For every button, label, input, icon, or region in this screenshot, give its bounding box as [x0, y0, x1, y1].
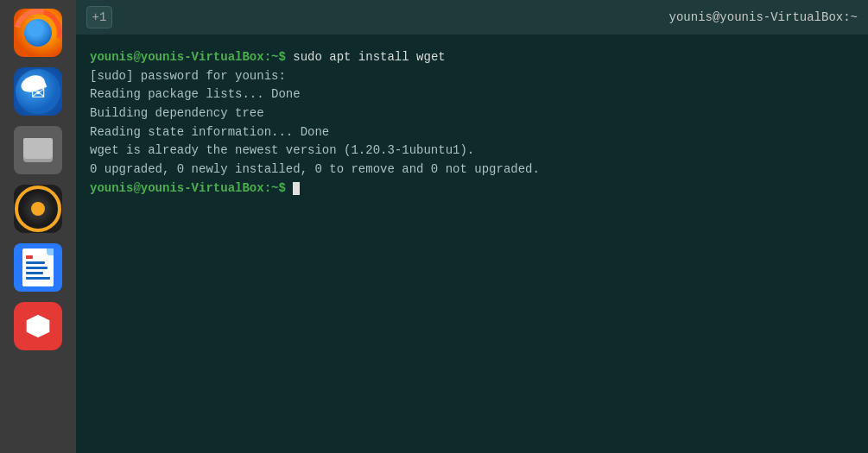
- sidebar-item-writer[interactable]: [14, 243, 62, 292]
- sidebar-item-appstore[interactable]: A: [14, 302, 62, 350]
- sidebar-item-firefox[interactable]: [14, 9, 62, 57]
- output-line-1: [sudo] password for younis:: [90, 67, 854, 86]
- cursor: [293, 182, 300, 195]
- sidebar: A: [0, 0, 76, 453]
- command-text: sudo apt install wget: [293, 50, 445, 64]
- output-line-4: Reading state information... Done: [90, 123, 854, 142]
- new-tab-button[interactable]: +1: [86, 6, 112, 28]
- terminal-titlebar: +1 younis@younis-VirtualBox:~: [76, 0, 868, 35]
- output-line-3: Building dependency tree: [90, 104, 854, 123]
- sidebar-item-files[interactable]: [14, 126, 62, 174]
- output-line-6: 0 upgraded, 0 newly installed, 0 to remo…: [90, 160, 854, 179]
- appstore-icon-label: A: [29, 312, 47, 340]
- prompt-2: younis@younis-VirtualBox:~$: [90, 181, 286, 195]
- output-line-2: Reading package lists... Done: [90, 85, 854, 104]
- sidebar-item-thunderbird[interactable]: [14, 67, 62, 116]
- output-line-5: wget is already the newest version (1.20…: [90, 142, 854, 160]
- sidebar-item-rhythmbox[interactable]: [14, 185, 62, 233]
- command-line: younis@younis-VirtualBox:~$ sudo apt ins…: [90, 48, 854, 67]
- prompt-line-2: younis@younis-VirtualBox:~$: [90, 179, 854, 198]
- terminal-area: +1 younis@younis-VirtualBox:~ younis@you…: [76, 0, 868, 453]
- terminal-content[interactable]: younis@younis-VirtualBox:~$ sudo apt ins…: [76, 35, 868, 453]
- prompt-1: younis@younis-VirtualBox:~$: [90, 50, 286, 64]
- terminal-username: younis@younis-VirtualBox:~: [669, 10, 858, 24]
